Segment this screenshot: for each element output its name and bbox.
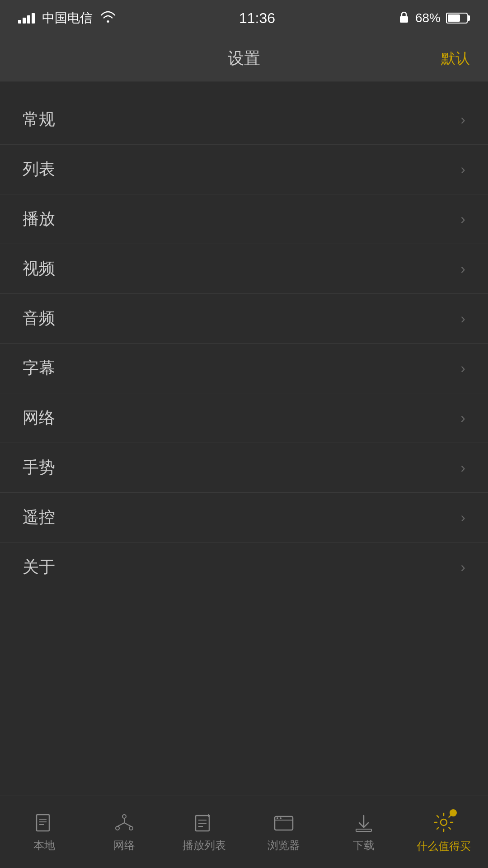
chevron-icon-about: › <box>460 559 465 576</box>
local-icon <box>33 812 56 835</box>
menu-item-network[interactable]: 网络 › <box>0 393 488 443</box>
tab-settings[interactable]: 什么值得买 <box>404 807 483 858</box>
chevron-icon-remote: › <box>460 509 465 526</box>
status-time: 11:36 <box>239 10 275 27</box>
menu-label-remote: 遥控 <box>23 506 55 528</box>
svg-line-10 <box>124 823 131 826</box>
svg-point-19 <box>277 817 278 819</box>
menu-item-playback[interactable]: 播放 › <box>0 194 488 244</box>
tab-local-label: 本地 <box>33 838 55 853</box>
menu-item-general[interactable]: 常规 › <box>0 95 488 145</box>
battery-icon <box>446 13 470 24</box>
tab-download[interactable]: 下载 <box>324 807 404 857</box>
menu-item-gesture[interactable]: 手势 › <box>0 443 488 493</box>
svg-rect-1 <box>37 815 49 831</box>
menu-label-network: 网络 <box>23 407 55 429</box>
svg-point-6 <box>116 826 119 830</box>
menu-label-gesture: 手势 <box>23 457 55 479</box>
tab-browser[interactable]: 浏览器 <box>244 807 324 857</box>
carrier-label: 中国电信 <box>42 9 93 27</box>
tab-download-label: 下载 <box>353 838 375 853</box>
chevron-icon-list: › <box>460 161 465 178</box>
browser-icon <box>272 812 295 835</box>
svg-point-7 <box>129 826 133 830</box>
battery-percentage: 68% <box>415 11 441 25</box>
menu-label-video: 视频 <box>23 258 55 280</box>
menu-label-playback: 播放 <box>23 208 55 230</box>
menu-item-about[interactable]: 关于 › <box>0 542 488 592</box>
chevron-icon-network: › <box>460 410 465 426</box>
signal-bar-2 <box>23 18 26 24</box>
tab-bar: 本地 网络 播放列表 浏览器 <box>0 796 488 868</box>
menu-label-general: 常规 <box>23 108 55 131</box>
settings-menu: 常规 › 列表 › 播放 › 视频 › 音频 › 字幕 › 网络 › 手势 › … <box>0 81 488 606</box>
chevron-icon-general: › <box>460 111 465 128</box>
signal-bar-1 <box>18 20 21 24</box>
tab-browser-label: 浏览器 <box>267 838 300 853</box>
svg-rect-21 <box>356 829 371 831</box>
lock-icon <box>398 10 410 26</box>
tab-network-label: 网络 <box>113 838 135 853</box>
playlist-icon <box>193 812 216 835</box>
svg-point-5 <box>122 815 126 818</box>
svg-point-20 <box>280 817 282 819</box>
network-tab-icon <box>113 812 136 835</box>
svg-point-23 <box>441 819 447 826</box>
tab-settings-label: 什么值得买 <box>417 839 471 854</box>
chevron-icon-playback: › <box>460 211 465 227</box>
signal-bar-3 <box>27 15 30 24</box>
chevron-icon-audio: › <box>460 310 465 327</box>
menu-item-remote[interactable]: 遥控 › <box>0 493 488 542</box>
download-icon <box>352 812 375 835</box>
chevron-icon-gesture: › <box>460 459 465 476</box>
signal-bars <box>18 13 35 24</box>
tab-network[interactable]: 网络 <box>84 807 164 857</box>
settings-icon-wrapper <box>432 811 455 835</box>
default-button[interactable]: 默认 <box>441 49 470 69</box>
svg-rect-0 <box>400 16 408 23</box>
menu-label-about: 关于 <box>23 556 55 578</box>
chevron-icon-video: › <box>460 260 465 277</box>
menu-label-audio: 音频 <box>23 307 55 330</box>
svg-line-9 <box>117 823 124 826</box>
menu-item-list[interactable]: 列表 › <box>0 145 488 194</box>
tab-local[interactable]: 本地 <box>5 807 84 857</box>
nav-title: 设置 <box>228 47 260 70</box>
menu-item-audio[interactable]: 音频 › <box>0 294 488 344</box>
menu-item-video[interactable]: 视频 › <box>0 244 488 294</box>
menu-label-subtitle: 字幕 <box>23 357 55 379</box>
tab-playlist-label: 播放列表 <box>183 838 226 853</box>
status-bar: 中国电信 11:36 68% <box>0 0 488 36</box>
chevron-icon-subtitle: › <box>460 360 465 377</box>
menu-item-subtitle[interactable]: 字幕 › <box>0 344 488 393</box>
settings-badge <box>450 809 457 816</box>
status-right: 68% <box>398 10 470 26</box>
nav-bar: 设置 默认 <box>0 36 488 81</box>
status-left: 中国电信 <box>18 9 116 27</box>
tab-playlist[interactable]: 播放列表 <box>164 807 244 857</box>
menu-label-list: 列表 <box>23 158 55 180</box>
signal-bar-4 <box>32 13 35 24</box>
wifi-icon <box>100 10 116 26</box>
